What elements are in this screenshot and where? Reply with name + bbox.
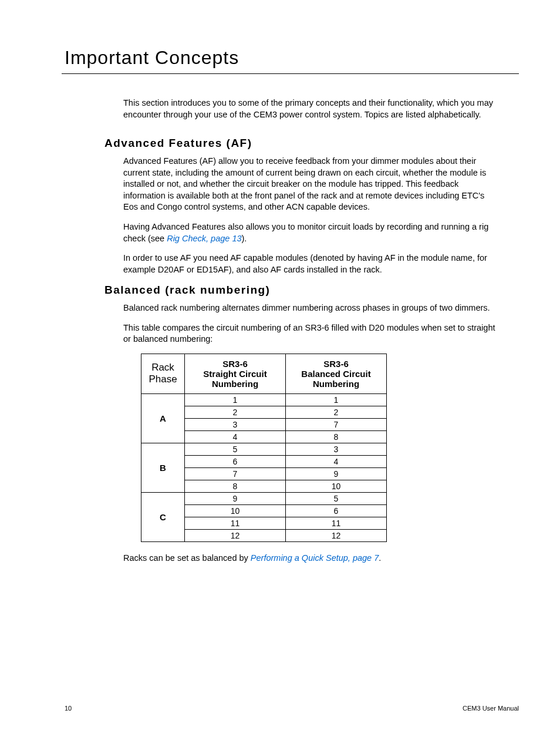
phase-cell: A	[141, 393, 185, 443]
straight-cell: 10	[185, 504, 286, 517]
phase-cell: B	[141, 443, 185, 492]
intro-paragraph: This section introduces you to some of t…	[123, 97, 501, 120]
balanced-cell: 9	[286, 467, 387, 480]
page-number: 10	[65, 705, 72, 712]
header-balanced-l1: SR3-6	[323, 359, 349, 369]
balanced-paragraph-2: This table compares the circuit numberin…	[123, 322, 501, 345]
table-row: B53	[141, 443, 387, 455]
balanced-p3-after: .	[379, 553, 381, 563]
table-header-balanced: SR3-6 Balanced Circuit Numbering	[286, 354, 387, 393]
af-paragraph-2: Having Advanced Features also allows you…	[123, 221, 501, 244]
numbering-table: Rack Phase SR3-6 Straight Circuit Number…	[141, 354, 387, 542]
straight-cell: 4	[185, 430, 286, 443]
header-straight-l2: Straight Circuit Numbering	[203, 369, 266, 389]
header-straight-l1: SR3-6	[222, 359, 248, 369]
balanced-cell: 4	[286, 455, 387, 467]
title-rule	[62, 73, 519, 74]
balanced-cell: 11	[286, 517, 387, 529]
straight-cell: 12	[185, 529, 286, 541]
section-heading-af: Advanced Features (AF)	[104, 137, 501, 150]
straight-cell: 9	[185, 492, 286, 504]
section-heading-balanced: Balanced (rack numbering)	[104, 284, 501, 297]
balanced-cell: 10	[286, 480, 387, 492]
link-rig-check[interactable]: Rig Check, page 13	[167, 234, 241, 243]
table-header-straight: SR3-6 Straight Circuit Numbering	[185, 354, 286, 393]
balanced-cell: 2	[286, 406, 387, 418]
straight-cell: 8	[185, 480, 286, 492]
af-paragraph-1: Advanced Features (AF) allow you to rece…	[123, 156, 501, 213]
link-quick-setup[interactable]: Performing a Quick Setup, page 7	[251, 553, 379, 563]
table-header-phase: Rack Phase	[141, 354, 185, 393]
balanced-cell: 6	[286, 504, 387, 517]
straight-cell: 1	[185, 393, 286, 406]
table-row: C95	[141, 492, 387, 504]
balanced-cell: 12	[286, 529, 387, 541]
af-p2-after: ).	[242, 234, 247, 243]
balanced-p3-before: Racks can be set as balanced by	[123, 553, 251, 563]
straight-cell: 2	[185, 406, 286, 418]
doc-title-footer: CEM3 User Manual	[463, 705, 519, 712]
phase-cell: C	[141, 492, 185, 541]
page-footer: 10 CEM3 User Manual	[65, 705, 519, 712]
balanced-paragraph-3: Racks can be set as balanced by Performi…	[123, 553, 501, 564]
straight-cell: 3	[185, 418, 286, 430]
header-balanced-l2: Balanced Circuit Numbering	[301, 369, 370, 389]
balanced-cell: 7	[286, 418, 387, 430]
balanced-paragraph-1: Balanced rack numbering alternates dimme…	[123, 302, 501, 314]
page-title: Important Concepts	[65, 47, 501, 69]
af-paragraph-3: In order to use AF you need AF capable m…	[123, 253, 501, 275]
straight-cell: 11	[185, 517, 286, 529]
balanced-cell: 3	[286, 443, 387, 455]
table-row: A11	[141, 393, 387, 406]
straight-cell: 7	[185, 467, 286, 480]
balanced-cell: 5	[286, 492, 387, 504]
straight-cell: 6	[185, 455, 286, 467]
balanced-cell: 8	[286, 430, 387, 443]
balanced-cell: 1	[286, 393, 387, 406]
straight-cell: 5	[185, 443, 286, 455]
